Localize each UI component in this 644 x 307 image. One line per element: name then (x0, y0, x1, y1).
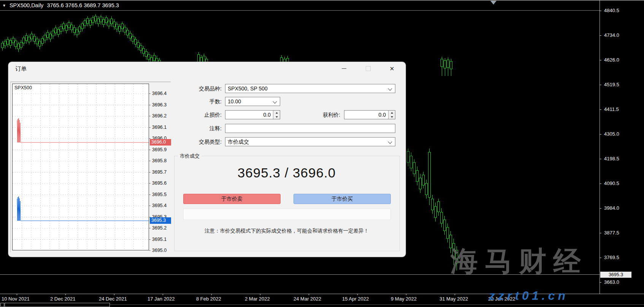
take-profit-spinner[interactable] (388, 111, 395, 119)
candle-body (28, 37, 30, 42)
time-axis-tick (309, 294, 309, 295)
tick-chart-panel: SPX500 3696.43696.33696.23696.13696.0369… (10, 82, 171, 252)
symbol-dropdown-icon[interactable]: ▼ (2, 3, 6, 8)
candle-body (30, 34, 33, 39)
volume-select[interactable]: 10.00 (225, 97, 280, 106)
candle-body (49, 34, 52, 39)
time-axis-label: 24 Dec 2021 (99, 296, 127, 302)
price-axis-tick (600, 109, 601, 110)
tick-scale-tick (149, 93, 151, 94)
price-axis-label: 4734.0 (604, 32, 619, 38)
spin-down-button[interactable] (389, 115, 395, 119)
candle-body (62, 24, 65, 29)
candle-body (25, 35, 28, 41)
candle-body (1, 43, 4, 48)
candle-body (6, 39, 9, 44)
order-dialog: 订单 ✕ SPX500 3696.43696.33696.23696.13696… (8, 62, 406, 257)
candle-body (52, 31, 54, 36)
take-profit-label: 获利价: (274, 110, 340, 119)
maximize-button[interactable] (361, 63, 375, 73)
scrollbar-thumb[interactable] (5, 303, 110, 307)
candle-body (129, 33, 132, 38)
candle-body (14, 41, 17, 47)
candle-body (434, 206, 437, 218)
candle-body (78, 27, 81, 32)
candle-body (46, 32, 49, 38)
time-axis-tick (455, 294, 455, 295)
candle-body (17, 44, 20, 49)
comment-label: 注释: (153, 124, 222, 133)
tick-scale-tick (149, 206, 151, 206)
candle-body (20, 42, 22, 47)
price-axis-label: 4198.5 (604, 156, 619, 162)
price-axis-label: 4626.0 (604, 57, 619, 63)
candle-body (444, 60, 446, 68)
symbol-select[interactable]: SPX500, SP 500 (225, 84, 395, 93)
price-axis[interactable]: 4840.54734.04626.04519.54411.54305.04198… (600, 0, 644, 294)
tick-scale-label: 3695.4 (152, 203, 172, 209)
symbol-value: SPX500, SP 500 (228, 85, 268, 92)
candle-body (108, 21, 110, 26)
tick-scale-tick (149, 250, 151, 251)
minimize-button[interactable] (337, 63, 351, 73)
take-profit-input[interactable]: 0.0 (344, 110, 395, 119)
ask-price-flag: 3696.0 (150, 139, 171, 146)
candle-body (76, 30, 78, 35)
sell-by-market-button[interactable]: 于市价卖 (183, 194, 281, 204)
tick-scale-tick (149, 116, 151, 116)
time-axis-label: 2 Mar 2022 (245, 296, 270, 302)
close-button[interactable]: ✕ (385, 63, 399, 73)
candle-body (132, 36, 134, 41)
minimize-icon (342, 68, 346, 69)
bid-price-flag: 3695.3 (150, 217, 171, 224)
candle-body (446, 227, 449, 239)
time-axis-tick (114, 294, 114, 295)
tick-scale-tick (149, 127, 151, 128)
candle-body (450, 61, 452, 69)
stop-loss-input[interactable]: 0.0 (225, 110, 280, 119)
buy-by-market-button[interactable]: 于市价买 (293, 194, 391, 204)
candle-body (70, 25, 73, 30)
candle-body (437, 201, 440, 212)
market-execution-note: 注意：市价交易模式下的实际成交价格，可能会和请求价格有一定差异！ (174, 228, 399, 234)
candle-body (105, 17, 108, 23)
tick-scale-label: 3695.5 (152, 191, 172, 198)
time-axis-tick (260, 294, 260, 295)
time-axis-tick (163, 294, 163, 295)
candle-body (431, 199, 434, 210)
price-axis-label: 4090.5 (604, 180, 619, 187)
tick-scale-label: 3695.8 (152, 158, 172, 164)
candle-body (110, 19, 113, 24)
tick-scale-label: 3695.0 (152, 247, 172, 253)
comment-input[interactable] (225, 124, 395, 133)
candle-body (12, 38, 14, 43)
watermark-url: zzrt01.cn (489, 289, 568, 303)
arrow-up-icon (391, 112, 393, 114)
scrollbar-end-box[interactable] (0, 303, 4, 307)
scrollbar-rail[interactable] (110, 304, 644, 305)
candle-body (73, 27, 76, 33)
candle-body (121, 24, 124, 29)
tick-scale-label: 3695.6 (152, 180, 172, 186)
time-axis-tick (65, 294, 66, 295)
candle-body (94, 16, 97, 21)
watermark-brand: 海马财经 (450, 243, 587, 280)
trade-type-select[interactable]: 市价成交 (225, 137, 395, 146)
tick-scale-tick (149, 239, 151, 240)
candle-body (145, 51, 148, 57)
candle-body (65, 25, 68, 31)
candle-body (60, 26, 62, 32)
time-axis-tick (17, 294, 17, 295)
candle-body (102, 19, 105, 25)
candle-body (134, 39, 137, 44)
chart-shift-marker-icon[interactable] (490, 1, 496, 5)
price-axis-label: 4305.0 (604, 131, 619, 137)
dialog-title: 订单 (15, 65, 27, 73)
candle-body (38, 41, 41, 46)
price-axis-label: 4411.5 (604, 106, 619, 112)
tick-chart-plot[interactable]: SPX500 (12, 84, 149, 250)
candle-body (57, 29, 60, 35)
candle-body (142, 48, 145, 54)
tick-scale-tick (149, 195, 151, 195)
candle-body (44, 35, 46, 40)
